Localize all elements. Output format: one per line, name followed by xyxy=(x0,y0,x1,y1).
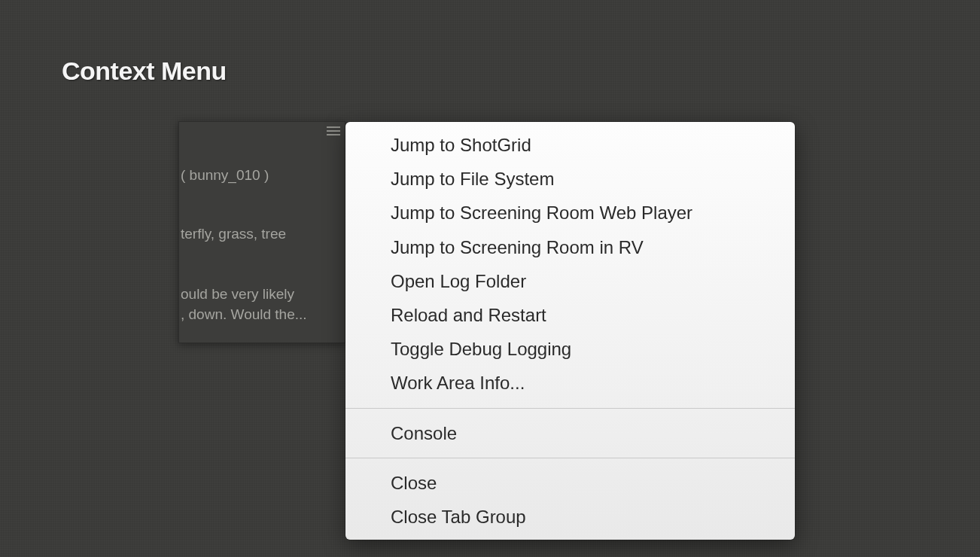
svg-rect-0 xyxy=(327,126,340,128)
menu-separator xyxy=(345,458,795,458)
menu-item-close-tab-group[interactable]: Close Tab Group xyxy=(345,500,795,534)
panel-text-line-1: ( bunny_010 ) xyxy=(181,167,269,184)
menu-item-console[interactable]: Console xyxy=(345,416,795,450)
menu-separator xyxy=(345,408,795,409)
svg-rect-1 xyxy=(327,130,340,132)
menu-item-reload-and-restart[interactable]: Reload and Restart xyxy=(345,298,795,332)
menu-item-jump-to-screening-room-in-rv[interactable]: Jump to Screening Room in RV xyxy=(345,230,795,264)
menu-item-jump-to-screening-room-web-player[interactable]: Jump to Screening Room Web Player xyxy=(345,196,795,230)
panel-text-line-3: ould be very likely xyxy=(181,286,294,303)
menu-item-close[interactable]: Close xyxy=(345,466,795,500)
menu-item-open-log-folder[interactable]: Open Log Folder xyxy=(345,264,795,298)
page-title: Context Menu xyxy=(62,56,227,86)
menu-item-jump-to-shotgrid[interactable]: Jump to ShotGrid xyxy=(345,128,795,162)
hamburger-icon[interactable] xyxy=(327,126,340,135)
menu-item-work-area-info[interactable]: Work Area Info... xyxy=(345,366,795,400)
context-menu: Jump to ShotGrid Jump to File System Jum… xyxy=(345,122,795,540)
svg-rect-2 xyxy=(327,134,340,135)
info-panel: ( bunny_010 ) terfly, grass, tree ould b… xyxy=(178,121,345,343)
menu-item-jump-to-file-system[interactable]: Jump to File System xyxy=(345,162,795,196)
panel-text-line-4: , down. Would the... xyxy=(181,306,307,323)
menu-item-toggle-debug-logging[interactable]: Toggle Debug Logging xyxy=(345,332,795,366)
panel-text-line-2: terfly, grass, tree xyxy=(181,226,286,242)
